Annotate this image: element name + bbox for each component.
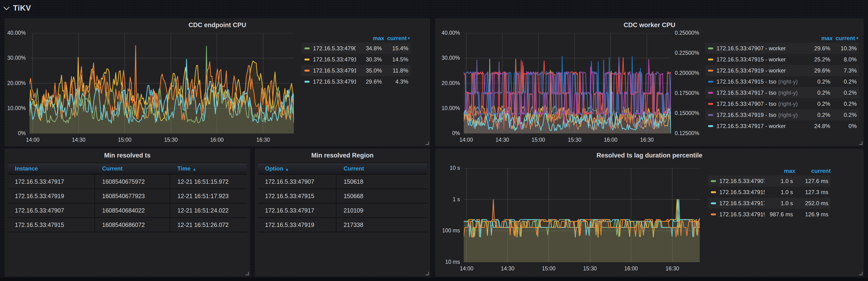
legend-sort-max[interactable]: max bbox=[358, 35, 384, 41]
legend-row: 172.16.5.33:4791935.0%11.8% bbox=[302, 65, 411, 76]
series-max-value: 0.2% bbox=[806, 112, 830, 118]
series-max-value: 25.2% bbox=[806, 56, 830, 63]
column-header-current[interactable]: Current bbox=[337, 165, 427, 172]
series-current-value: 0.2% bbox=[830, 89, 857, 96]
series-name[interactable]: 172.16.5.33:47915 bbox=[313, 56, 356, 63]
table-cell: 1608540684022 bbox=[95, 203, 170, 217]
chart-legend: maxcurrent▼172.16.5.33:4790734.8%15.4%17… bbox=[302, 34, 411, 87]
y-axis-label: 40.00% bbox=[7, 30, 26, 36]
series-name[interactable]: 172.16.5.33:47907 - worker bbox=[716, 45, 806, 52]
series-name[interactable]: 172.16.5.33:47919 - tso(right-y) bbox=[716, 112, 806, 118]
column-header-time[interactable]: Time▲ bbox=[170, 165, 247, 172]
legend-row: 172.16.5.33:47907-p99991.0 s127.6 ms bbox=[708, 175, 831, 187]
series-name[interactable]: 172.16.5.33:47907 bbox=[313, 45, 356, 52]
chart-canvas[interactable] bbox=[30, 33, 294, 134]
table-cell: 1608540675972 bbox=[95, 175, 170, 189]
chart-canvas[interactable] bbox=[464, 168, 700, 262]
series-color-swatch-icon[interactable] bbox=[304, 81, 310, 83]
chart-canvas[interactable] bbox=[464, 33, 671, 134]
legend-sort-current[interactable]: current bbox=[795, 168, 831, 174]
series-color-swatch-icon[interactable] bbox=[708, 48, 713, 49]
panel-title[interactable]: Min resolved ts bbox=[4, 152, 250, 159]
panel-resize-handle[interactable] bbox=[859, 272, 863, 275]
panel-resize-handle[interactable] bbox=[859, 141, 863, 145]
series-color-swatch-icon[interactable] bbox=[711, 180, 716, 182]
panel-title[interactable]: CDC worker CPU bbox=[435, 22, 864, 29]
x-axis-label: 14:00 bbox=[26, 137, 40, 143]
y-axis-label: 0% bbox=[452, 130, 460, 137]
series-current-value: 127.3 ms bbox=[793, 189, 828, 196]
series-color-swatch-icon[interactable] bbox=[304, 48, 310, 49]
y-axis-label: 10.00% bbox=[7, 105, 26, 111]
legend-row: 172.16.5.33:47907 - tso(right-y)0.2%0.2% bbox=[705, 98, 859, 109]
row-collapse-chevron-icon[interactable] bbox=[3, 4, 10, 10]
horizontal-scrollbar[interactable] bbox=[0, 278, 868, 281]
series-name[interactable]: 172.16.5.33:47907-p9999 bbox=[719, 178, 765, 185]
chart-plot-area[interactable]: 40.00%30.00%20.00%10.00%0%14:0014:3015:0… bbox=[30, 33, 294, 134]
series-color-swatch-icon[interactable] bbox=[708, 125, 713, 127]
series-max-value: 34.8% bbox=[356, 45, 382, 52]
series-name[interactable]: 172.16.5.33:47917 - tso(right-y) bbox=[716, 89, 806, 96]
table-row: 172.16.5.33:47907160854068402212-21 16:5… bbox=[8, 203, 247, 218]
y-axis-label: 100 ms bbox=[442, 227, 460, 234]
panel-min-resolved-ts: Min resolved ts InstanceCurrentTime▲172.… bbox=[4, 148, 250, 277]
legend-sort-max[interactable]: max bbox=[767, 168, 795, 174]
series-color-swatch-icon[interactable] bbox=[711, 202, 716, 204]
series-color-swatch-icon[interactable] bbox=[708, 114, 713, 116]
table-cell: 12-21 16:51:24.022 bbox=[170, 203, 247, 217]
series-color-swatch-icon[interactable] bbox=[708, 59, 713, 60]
series-name[interactable]: 172.16.5.33:47919-p9999 bbox=[719, 211, 765, 218]
series-max-value: 0.2% bbox=[806, 101, 830, 107]
chart-plot-area[interactable]: 10 s1 s100 ms10 ms14:0014:3015:0015:3016… bbox=[464, 168, 700, 262]
panel-resize-handle[interactable] bbox=[426, 272, 429, 275]
series-max-value: 1.0 s bbox=[765, 200, 793, 206]
series-max-value: 1.0 s bbox=[765, 189, 793, 196]
series-color-swatch-icon[interactable] bbox=[304, 69, 310, 72]
table-cell: 217338 bbox=[337, 218, 427, 232]
y-axis-label: 10 ms bbox=[445, 259, 460, 265]
series-current-value: 14.5% bbox=[382, 56, 408, 63]
series-name[interactable]: 172.16.5.33:47907 - tso(right-y) bbox=[716, 101, 806, 107]
series-color-swatch-icon[interactable] bbox=[711, 191, 716, 193]
table-cell: 172.16.5.33:47907 bbox=[258, 175, 337, 189]
series-max-value: 0.2% bbox=[806, 89, 830, 96]
column-header-instance[interactable]: Instance bbox=[8, 165, 95, 172]
panel-title[interactable]: CDC endpoint CPU bbox=[4, 22, 430, 29]
series-name[interactable]: 172.16.5.33:47915-p9999 bbox=[719, 189, 765, 196]
series-max-value: 30.3% bbox=[356, 56, 382, 63]
legend-row: 172.16.5.33:4791729.6%4.3% bbox=[302, 76, 411, 87]
series-color-swatch-icon[interactable] bbox=[708, 103, 713, 105]
legend-sort-current[interactable]: current▼ bbox=[833, 35, 859, 41]
table-cell: 172.16.5.33:47907 bbox=[8, 203, 95, 217]
series-current-value: 7.3% bbox=[830, 67, 857, 74]
panel-resize-handle[interactable] bbox=[426, 141, 429, 145]
x-axis-label: 16:00 bbox=[624, 265, 638, 272]
y-axis-label: 30.00% bbox=[441, 55, 460, 61]
series-name[interactable]: 172.16.5.33:47917 bbox=[313, 78, 356, 85]
series-name[interactable]: 172.16.5.33:47917 - worker bbox=[716, 123, 806, 130]
column-header-option[interactable]: Option▲ bbox=[258, 165, 337, 172]
series-name[interactable]: 172.16.5.33:47915 - tso(right-y) bbox=[716, 78, 806, 85]
series-name[interactable]: 172.16.5.33:47919 bbox=[313, 67, 356, 74]
legend-sort-current[interactable]: current▼ bbox=[384, 35, 411, 41]
series-max-value: 29.6% bbox=[356, 78, 382, 85]
series-name[interactable]: 172.16.5.33:47915 - worker bbox=[716, 56, 806, 63]
panel-title[interactable]: Resolved ts lag duration percentile bbox=[435, 152, 864, 159]
panel-title[interactable]: Min resolved Region bbox=[255, 152, 430, 159]
series-name[interactable]: 172.16.5.33:47917-p9999 bbox=[719, 200, 765, 206]
series-color-swatch-icon[interactable] bbox=[708, 69, 713, 72]
row-title[interactable]: TiKV bbox=[13, 3, 31, 12]
chart-plot-area[interactable]: 40.00%30.00%20.00%10.00%0%0.25000%0.2250… bbox=[464, 33, 671, 134]
series-color-swatch-icon[interactable] bbox=[711, 214, 716, 215]
series-color-swatch-icon[interactable] bbox=[708, 81, 713, 83]
series-color-swatch-icon[interactable] bbox=[304, 59, 310, 60]
series-current-value: 10.3% bbox=[830, 45, 857, 52]
series-color-swatch-icon[interactable] bbox=[708, 92, 713, 94]
panel-resize-handle[interactable] bbox=[245, 272, 249, 275]
x-axis-label: 16:00 bbox=[604, 137, 618, 143]
column-header-current[interactable]: Current bbox=[95, 165, 170, 172]
panel-min-resolved-region: Min resolved Region Option▲Current172.16… bbox=[255, 148, 430, 277]
series-name[interactable]: 172.16.5.33:47919 - worker bbox=[716, 67, 806, 74]
legend-sort-max[interactable]: max bbox=[808, 35, 833, 41]
legend-row: 172.16.5.33:47919 - tso(right-y)0.2%0.2% bbox=[705, 109, 859, 120]
